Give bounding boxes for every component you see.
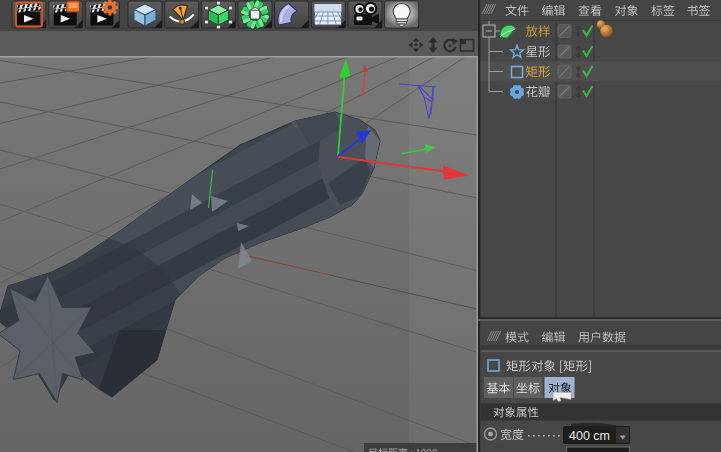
svg-text:400 cm: 400 cm — [569, 429, 610, 443]
